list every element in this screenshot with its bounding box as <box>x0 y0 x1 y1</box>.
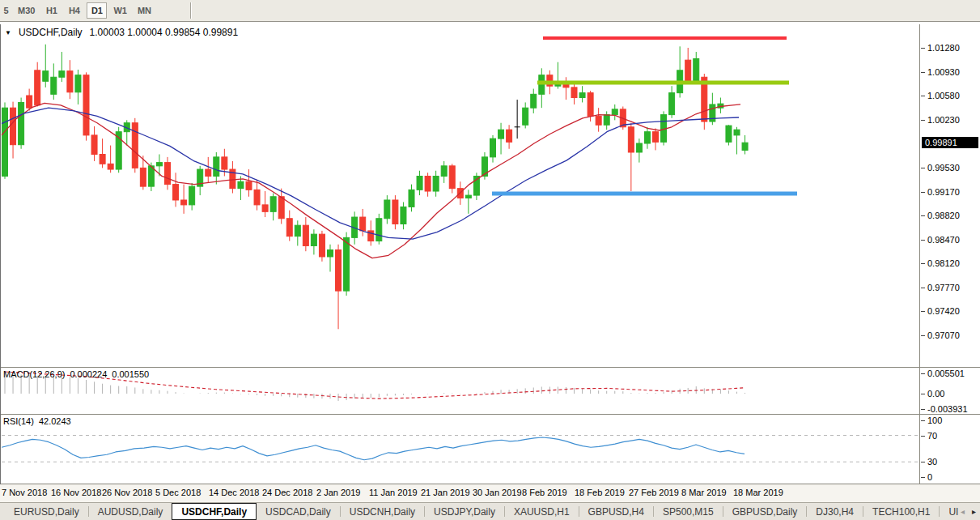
tab-scroll-arrows: ◂ ▸ <box>961 502 978 520</box>
date-label: 14 Dec 2018 <box>209 488 259 497</box>
symbol-tab-USDCHF-Daily[interactable]: USDCHF,Daily <box>172 503 257 520</box>
price-tick-0.99530: 0.99530 <box>927 163 960 173</box>
price-tick-1.00580: 1.00580 <box>927 91 960 100</box>
symbol-tab-GBPUSD-Daily[interactable]: GBPUSD,Daily <box>723 503 807 520</box>
rsi-tick-100-tick <box>921 420 925 421</box>
macd-tick-0.00: 0.00 <box>927 389 944 399</box>
price-tick-0.97070-tick <box>921 335 925 336</box>
rsi-tick-30-tick <box>921 462 925 462</box>
macd-tick--0.003931-tick <box>921 409 925 410</box>
date-label: 2 Jan 2019 <box>316 488 360 497</box>
date-label: 5 Dec 2018 <box>155 488 201 497</box>
rsi-tick-100: 100 <box>927 416 942 425</box>
date-label: 30 Jan 2019 <box>473 488 522 497</box>
date-label: 24 Dec 2018 <box>262 488 312 497</box>
rsi-tick-0-tick <box>921 477 925 478</box>
symbol-tab-GBPUSD-H4[interactable]: GBPUSD,H4 <box>579 503 653 520</box>
price-tick-0.98470: 0.98470 <box>927 235 960 245</box>
chart-dropdown-icon[interactable]: ▼ <box>5 29 11 36</box>
price-tick-0.97770: 0.97770 <box>927 283 960 292</box>
symbol-tab-USDCAD-Daily[interactable]: USDCAD,Daily <box>257 503 340 520</box>
price-tick-1.01280: 1.01280 <box>927 43 960 53</box>
symbol-tab-USDJPY-Daily[interactable]: USDJPY,Daily <box>425 503 504 520</box>
price-tick-0.99170-tick <box>921 192 925 193</box>
tab-scroll-right-icon[interactable]: ▸ <box>972 507 976 516</box>
rsi-label: RSI(14) 42.0243 <box>3 416 71 426</box>
symbol-tab-SP500-M15[interactable]: SP500,M15 <box>654 503 723 520</box>
price-tick-1.00930-tick <box>921 72 925 73</box>
symbol-tab-AUDUSD-Daily[interactable]: AUDUSD,Daily <box>89 503 172 520</box>
current-price-badge: 0.99891 <box>922 137 978 148</box>
symbol-tab-TECH100-H1[interactable]: TECH100,H1 <box>863 503 939 520</box>
price-tick-0.97420-tick <box>921 311 925 312</box>
price-tick-0.98120: 0.98120 <box>927 258 960 268</box>
symbol-tab-XAUUSD-H1[interactable]: XAUUSD,H1 <box>505 503 579 520</box>
chart-symbol-label: USDCHF,Daily <box>19 27 83 38</box>
macd-tick-0.00-tick <box>921 394 925 394</box>
price-tick-1.00930: 1.00930 <box>927 67 960 77</box>
price-tick-0.97770-tick <box>921 288 925 288</box>
price-tick-0.99170: 0.99170 <box>927 187 960 197</box>
macd-tick-0.005501-tick <box>921 373 925 374</box>
date-label: 26 Nov 2018 <box>102 488 152 497</box>
date-label: 7 Nov 2018 <box>2 488 47 497</box>
chart-canvas[interactable] <box>0 0 980 520</box>
macd-value: 0.000224 <box>70 369 107 379</box>
price-tick-0.98470-tick <box>921 240 925 241</box>
macd-label: MACD(12,26,9) 0.000224 0.001550 <box>3 369 149 379</box>
trading-terminal-window: 5M30H1H4D1W1MN ▼ USDCHF,Daily 1.00003 1.… <box>0 0 980 520</box>
date-label: 27 Feb 2019 <box>629 488 679 497</box>
date-label: 21 Jan 2019 <box>421 488 470 497</box>
rsi-value: 42.0243 <box>39 416 71 426</box>
rsi-tick-70-tick <box>921 436 925 437</box>
date-label: 11 Jan 2019 <box>369 488 418 497</box>
date-label: 18 Feb 2019 <box>575 488 625 497</box>
date-label: 18 Mar 2019 <box>733 488 783 497</box>
price-tick-0.98120-tick <box>921 263 925 264</box>
symbol-tab-USDCNH-Daily[interactable]: USDCNH,Daily <box>341 503 424 520</box>
rsi-tick-70: 70 <box>927 431 937 441</box>
rsi-tick-0: 0 <box>927 472 932 482</box>
macd-tick-0.005501: 0.005501 <box>927 369 965 378</box>
price-tick-1.00230-tick <box>921 120 925 121</box>
price-tick-0.98820: 0.98820 <box>927 211 960 220</box>
symbol-tabbar: EURUSD,DailyAUDUSD,DailyUSDCHF,DailyUSDC… <box>0 502 980 520</box>
symbol-tab-EURUSD-Daily[interactable]: EURUSD,Daily <box>5 503 88 520</box>
price-tick-1.00230: 1.00230 <box>927 115 960 125</box>
price-tick-0.97420: 0.97420 <box>927 306 960 316</box>
rsi-tick-30: 30 <box>927 457 937 467</box>
macd-indicator-name: MACD(12,26,9) <box>3 369 65 379</box>
tab-scroll-left-icon[interactable]: ◂ <box>961 507 965 516</box>
chart-title: ▼ USDCHF,Daily 1.00003 1.00004 0.99854 0… <box>5 27 238 38</box>
rsi-indicator-name: RSI(14) <box>3 416 34 426</box>
macd-signal-value: 0.001550 <box>112 369 149 379</box>
date-label: 8 Mar 2019 <box>681 488 727 497</box>
macd-tick--0.003931: -0.003931 <box>927 404 968 414</box>
date-label: 8 Feb 2019 <box>522 488 567 497</box>
price-tick-1.00580-tick <box>921 96 925 96</box>
price-tick-1.01280-tick <box>921 48 925 49</box>
symbol-tab-DJ30-H4[interactable]: DJ30,H4 <box>807 503 863 520</box>
chart-ohlc-values: 1.00003 1.00004 0.99854 0.99891 <box>90 27 239 38</box>
date-label: 16 Nov 2018 <box>51 488 101 497</box>
price-tick-0.98820-tick <box>921 215 925 216</box>
price-tick-0.99530-tick <box>921 168 925 168</box>
price-tick-0.97070: 0.97070 <box>927 330 960 340</box>
